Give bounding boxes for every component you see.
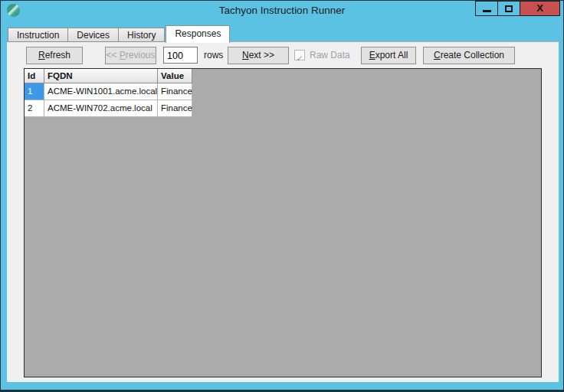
raw-data-label: Raw Data	[310, 50, 350, 60]
cell-id-selected[interactable]: 1	[25, 83, 44, 100]
cell-fqdn[interactable]: ACME-WIN702.acme.local	[44, 100, 158, 117]
rows-input[interactable]	[163, 47, 198, 64]
next-button[interactable]: Next >>	[228, 47, 289, 64]
close-icon: X	[536, 2, 543, 15]
rows-label: rows	[204, 50, 223, 60]
responses-grid[interactable]: Id FQDN Value 1 ACME-WIN1001.acme.local …	[24, 68, 542, 377]
caption-buttons: X	[476, 1, 560, 16]
table-row[interactable]: 1 ACME-WIN1001.acme.local Finance	[25, 83, 192, 100]
column-header-fqdn[interactable]: FQDN	[44, 69, 158, 83]
cell-fqdn[interactable]: ACME-WIN1001.acme.local	[44, 83, 158, 100]
export-all-button[interactable]: Export All	[361, 47, 416, 64]
create-collection-button[interactable]: Create Collection	[423, 47, 515, 64]
tab-history[interactable]: History	[118, 28, 165, 42]
checkmark-icon: ✓	[296, 54, 303, 63]
previous-button[interactable]: << Previous	[105, 47, 156, 64]
minimize-button[interactable]	[475, 1, 498, 16]
column-header-value[interactable]: Value	[158, 69, 192, 83]
cell-value[interactable]: Finance	[158, 100, 192, 117]
tab-instruction[interactable]: Instruction	[8, 28, 68, 42]
tab-responses[interactable]: Responses	[166, 25, 230, 43]
titlebar[interactable]: Tachyon Instruction Runner X	[1, 1, 563, 24]
tab-strip: Instruction Devices History Responses	[8, 24, 230, 42]
table-row[interactable]: 2 ACME-WIN702.acme.local Finance	[25, 100, 192, 117]
cell-id[interactable]: 2	[25, 100, 44, 117]
minimize-icon	[483, 10, 491, 12]
raw-data-checkbox[interactable]: ✓	[294, 50, 305, 60]
app-window: Tachyon Instruction Runner X Instruction…	[0, 0, 564, 392]
maximize-button[interactable]	[497, 1, 520, 16]
maximize-icon	[505, 5, 513, 12]
grid-header-row: Id FQDN Value	[25, 69, 192, 83]
close-button[interactable]: X	[520, 1, 560, 16]
column-header-id[interactable]: Id	[25, 69, 44, 83]
cell-value[interactable]: Finance	[158, 83, 192, 100]
tab-devices[interactable]: Devices	[67, 28, 119, 42]
refresh-button[interactable]: Refresh	[26, 47, 83, 64]
